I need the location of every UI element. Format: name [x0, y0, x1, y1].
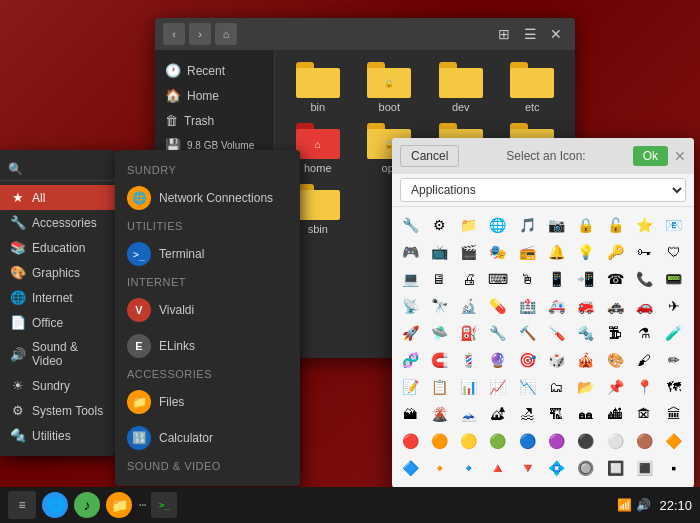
dialog-icon-item[interactable]: 🧪: [662, 321, 686, 345]
dialog-icon-item[interactable]: 🛸: [427, 321, 451, 345]
file-item-bin[interactable]: bin: [287, 62, 349, 113]
menu-item-utilities[interactable]: 🔩 Utilities: [0, 423, 115, 448]
dialog-icon-item[interactable]: 🔧: [398, 213, 422, 237]
dialog-icon-item[interactable]: 🎨: [603, 348, 627, 372]
taskbar-app-browser[interactable]: 🌐: [42, 492, 68, 518]
dialog-icon-item[interactable]: 📌: [603, 375, 627, 399]
dialog-icon-item[interactable]: ⚗: [632, 321, 656, 345]
dialog-icon-item[interactable]: 🗝: [632, 240, 656, 264]
menu-item-office[interactable]: 📄 Office: [0, 310, 115, 335]
dialog-icon-item[interactable]: 📉: [515, 375, 539, 399]
taskbar-app-files[interactable]: 📁: [106, 492, 132, 518]
dialog-icon-item[interactable]: 🔺: [486, 456, 510, 480]
dialog-icon-item[interactable]: 🟢: [486, 429, 510, 453]
dialog-icon-item[interactable]: 🖥: [427, 267, 451, 291]
dialog-icon-item[interactable]: 🚑: [544, 294, 568, 318]
dialog-icon-item[interactable]: 🎲: [544, 348, 568, 372]
dialog-icon-item[interactable]: 🏔: [398, 402, 422, 426]
submenu-item-elinks[interactable]: E ELinks: [115, 328, 300, 364]
dialog-icon-item[interactable]: 🌋: [427, 402, 451, 426]
dialog-icon-item[interactable]: 🏙: [603, 402, 627, 426]
dialog-icon-item[interactable]: 🔑: [603, 240, 627, 264]
dialog-icon-item[interactable]: 🖱: [515, 267, 539, 291]
dialog-icon-item[interactable]: 🌐: [486, 213, 510, 237]
dialog-close-button[interactable]: ✕: [674, 148, 686, 164]
taskbar-app-music[interactable]: ♪: [74, 492, 100, 518]
dialog-icon-item[interactable]: ⛽: [457, 321, 481, 345]
dialog-icon-item[interactable]: 🔩: [574, 321, 598, 345]
dialog-icon-item[interactable]: 🏖: [515, 402, 539, 426]
dialog-icon-item[interactable]: 🔲: [603, 456, 627, 480]
dialog-icon-item[interactable]: 💊: [486, 294, 510, 318]
dialog-icon-item[interactable]: 🔔: [544, 240, 568, 264]
dialog-cancel-button[interactable]: Cancel: [400, 145, 459, 167]
dialog-icon-item[interactable]: 🔻: [515, 456, 539, 480]
dialog-icon-item[interactable]: 🚒: [574, 294, 598, 318]
taskbar-more-apps[interactable]: ···: [138, 496, 145, 514]
dialog-icon-item[interactable]: 🔴: [398, 429, 422, 453]
dialog-icon-item[interactable]: 🗻: [457, 402, 481, 426]
window-close-button[interactable]: ✕: [545, 23, 567, 45]
sidebar-item-recent[interactable]: 🕐 Recent: [155, 58, 274, 83]
dialog-icon-item[interactable]: 🔷: [398, 456, 422, 480]
dialog-icon-item[interactable]: 🏘: [574, 402, 598, 426]
dialog-icon-item[interactable]: 🏥: [515, 294, 539, 318]
dialog-icon-item[interactable]: 🗜: [603, 321, 627, 345]
file-item-etc[interactable]: etc: [502, 62, 564, 113]
dialog-icon-item[interactable]: 🔳: [632, 456, 656, 480]
taskbar-terminal-button[interactable]: >_: [151, 492, 177, 518]
nav-home-button[interactable]: ⌂: [215, 23, 237, 45]
dialog-icon-item[interactable]: 🟠: [427, 429, 451, 453]
view-grid-button[interactable]: ⊞: [493, 23, 515, 45]
submenu-item-network-connections[interactable]: 🌐 Network Connections: [115, 180, 300, 216]
dialog-icon-item[interactable]: 🚗: [632, 294, 656, 318]
sidebar-item-trash[interactable]: 🗑 Trash: [155, 108, 274, 133]
menu-item-internet[interactable]: 🌐 Internet: [0, 285, 115, 310]
dialog-icon-item[interactable]: 📧: [662, 213, 686, 237]
dialog-icon-item[interactable]: 🗺: [662, 375, 686, 399]
dialog-icon-item[interactable]: 🎮: [398, 240, 422, 264]
dialog-icon-item[interactable]: 🔮: [486, 348, 510, 372]
dialog-icon-item[interactable]: 🔓: [603, 213, 627, 237]
menu-item-all[interactable]: ★ All: [0, 185, 115, 210]
dialog-icon-item[interactable]: ⚪: [603, 429, 627, 453]
dialog-icon-item[interactable]: ▪: [662, 456, 686, 480]
dialog-icon-item[interactable]: 🟣: [544, 429, 568, 453]
menu-item-accessories[interactable]: 🔧 Accessories: [0, 210, 115, 235]
dialog-icon-item[interactable]: 🔬: [457, 294, 481, 318]
dialog-filter-select[interactable]: Applications All Icons Status Devices Pl…: [400, 178, 686, 202]
file-item-boot[interactable]: boot: [359, 62, 421, 113]
dialog-icon-item[interactable]: 💡: [574, 240, 598, 264]
view-list-button[interactable]: ☰: [519, 23, 541, 45]
dialog-icon-item[interactable]: 📋: [427, 375, 451, 399]
volume-status-icon[interactable]: 🔊: [636, 498, 651, 512]
menu-item-sound[interactable]: 🔊 Sound & Video: [0, 335, 115, 373]
dialog-icon-item[interactable]: 🗂: [544, 375, 568, 399]
dialog-icon-item[interactable]: 🚓: [603, 294, 627, 318]
file-item-dev[interactable]: dev: [430, 62, 492, 113]
dialog-icon-item[interactable]: 🔹: [457, 456, 481, 480]
dialog-icon-item[interactable]: 📞: [632, 267, 656, 291]
dialog-icon-item[interactable]: ✈: [662, 294, 686, 318]
dialog-icon-item[interactable]: 🧲: [427, 348, 451, 372]
menu-item-education[interactable]: 📚 Education: [0, 235, 115, 260]
dialog-icon-item[interactable]: 🔘: [574, 456, 598, 480]
dialog-icon-item[interactable]: 🏗: [544, 402, 568, 426]
dialog-icon-item[interactable]: 🔵: [515, 429, 539, 453]
dialog-icon-item[interactable]: 📂: [574, 375, 598, 399]
menu-item-sundry[interactable]: ☀ Sundry: [0, 373, 115, 398]
menu-item-graphics[interactable]: 🎨 Graphics: [0, 260, 115, 285]
dialog-ok-button[interactable]: Ok: [633, 146, 668, 166]
dialog-icon-item[interactable]: 📲: [574, 267, 598, 291]
dialog-icon-item[interactable]: 🏛: [662, 402, 686, 426]
dialog-icon-item[interactable]: 💻: [398, 267, 422, 291]
dialog-icon-item[interactable]: 🧬: [398, 348, 422, 372]
submenu-item-terminal[interactable]: >_ Terminal: [115, 236, 300, 272]
dialog-icon-item[interactable]: 🎯: [515, 348, 539, 372]
dialog-icon-item[interactable]: 📁: [457, 213, 481, 237]
dialog-icon-item[interactable]: 🎭: [486, 240, 510, 264]
sidebar-item-home[interactable]: 🏠 Home: [155, 83, 274, 108]
dialog-icon-item[interactable]: ⚙: [427, 213, 451, 237]
dialog-icon-item[interactable]: 📻: [515, 240, 539, 264]
dialog-icon-item[interactable]: ⚫: [574, 429, 598, 453]
